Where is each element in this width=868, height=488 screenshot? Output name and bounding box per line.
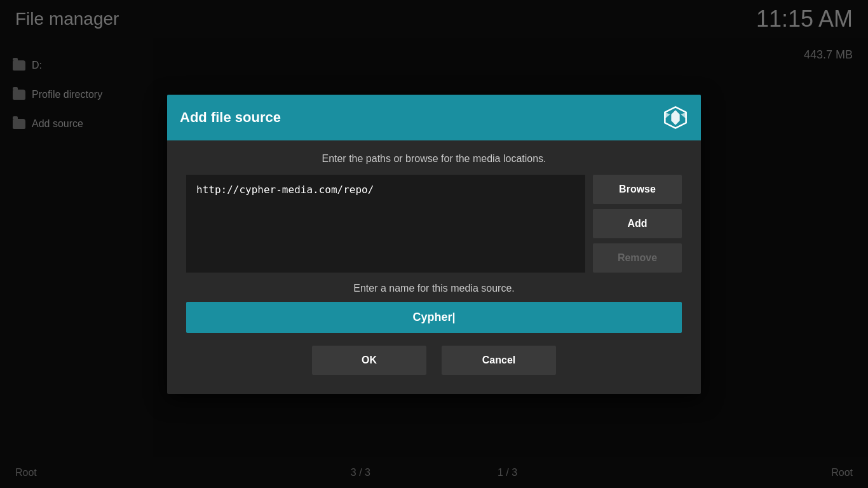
ok-button[interactable]: OK [312, 346, 426, 375]
source-buttons: Browse Add Remove [593, 175, 682, 273]
kodi-logo-icon [663, 105, 688, 130]
dialog-top-instruction: Enter the paths or browse for the media … [186, 153, 682, 165]
remove-button[interactable]: Remove [593, 243, 682, 273]
svg-marker-3 [681, 112, 686, 118]
cancel-button[interactable]: Cancel [442, 346, 556, 375]
add-file-source-dialog: Add file source Enter the paths or brows… [167, 95, 701, 394]
dialog-body: Enter the paths or browse for the media … [167, 140, 701, 394]
svg-marker-2 [665, 112, 670, 118]
dialog-overlay: Add file source Enter the paths or brows… [0, 0, 868, 488]
source-row: Browse Add Remove [186, 175, 682, 273]
dialog-name-instruction: Enter a name for this media source. [186, 283, 682, 294]
svg-marker-1 [671, 110, 679, 125]
source-name-input[interactable] [186, 302, 682, 333]
dialog-title: Add file source [180, 109, 281, 126]
url-input[interactable] [186, 175, 585, 273]
browse-button[interactable]: Browse [593, 175, 682, 204]
dialog-header: Add file source [167, 95, 701, 140]
add-button[interactable]: Add [593, 209, 682, 238]
dialog-actions: OK Cancel [186, 346, 682, 375]
